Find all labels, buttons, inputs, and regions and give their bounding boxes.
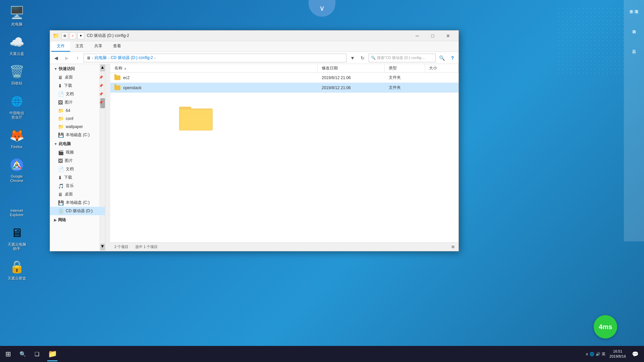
new-folder-button[interactable]: ✓	[69, 33, 76, 39]
taskbar-search-button[interactable]: 🔍	[16, 346, 30, 362]
maximize-button[interactable]: □	[425, 31, 440, 41]
folder-icon: 📁	[53, 33, 59, 39]
taskbar-clock[interactable]: 16:51 2019/8/16	[607, 349, 629, 359]
search-box[interactable]: 🔍 搜索"CD 驱动器 (D:) config-...	[369, 54, 436, 62]
pc-downloads-icon: ⬇	[58, 175, 62, 180]
desktop-icon-firefox[interactable]: 🦊 Firefox	[3, 126, 30, 150]
sidebar-item-desktop[interactable]: 🖥 桌面 📌	[50, 73, 105, 81]
file-row-ec2[interactable]: ec2 2019/8/12 21:06 文件夹	[110, 73, 459, 83]
desktop-icon-recycle-bin[interactable]: 🗑️ 回收站	[3, 62, 30, 87]
file-name-openstack: openstack	[110, 83, 318, 92]
taskbar-file-explorer[interactable]: 📁	[44, 346, 60, 362]
tab-view[interactable]: 查看	[108, 41, 126, 52]
start-button[interactable]: ⊞	[0, 346, 16, 362]
sidebar-scrollbar[interactable]	[105, 64, 110, 251]
sidebar-item-documents[interactable]: 📄 文档 📌	[50, 90, 105, 98]
notification-icon: 💬	[632, 351, 639, 357]
network-arrow: ▶	[54, 218, 57, 222]
desktop-icon-tianyi-cloud[interactable]: ☁️ 天翼云盘	[3, 33, 30, 57]
sidebar-scroll-down[interactable]: ▼	[100, 244, 105, 250]
up-button[interactable]: ↑	[73, 53, 82, 63]
desktop-icon-ie[interactable]: e InternetExplorer	[3, 190, 30, 219]
task-view-icon: ❑	[35, 351, 39, 357]
sidebar-scroll-up[interactable]: ▲	[100, 65, 105, 71]
this-pc-section-label: 此电脑	[59, 141, 71, 147]
top-chevron-button[interactable]: ∨	[309, 0, 335, 17]
sidebar-item-conf[interactable]: 📁 conf	[50, 115, 105, 123]
tianyi-cloud-icon: ☁️	[9, 34, 25, 50]
address-path[interactable]: 🖥 › 此电脑 › CD 驱动器 (D:) config-2 ›	[84, 54, 346, 62]
file-explorer-window: 📁 ⊞ ✓ ▼ CD 驱动器 (D:) config-2 ─ □ ✕ 文件 主页…	[50, 30, 459, 251]
google-chrome-icon	[9, 157, 25, 173]
desktop-folder-icon: 🖥	[58, 75, 63, 80]
sidebar-section-this-pc[interactable]: ▼ 此电脑	[50, 139, 105, 148]
file-row-openstack[interactable]: openstack 2019/8/12 21:06 文件夹	[110, 83, 459, 93]
close-button[interactable]: ✕	[440, 31, 456, 41]
window-controls: ─ □ ✕	[410, 31, 456, 41]
ribbon: 文件 主页 共享 查看	[50, 41, 459, 52]
sidebar-item-pictures[interactable]: 🖼 图片 📌	[50, 98, 105, 107]
sidebar-item-local-c[interactable]: 💾 本地磁盘 (C:)	[50, 131, 105, 139]
documents-icon: 📄	[58, 92, 64, 97]
sidebar-item-drive-c[interactable]: 💾 本地磁盘 (C:)	[50, 198, 105, 207]
status-bar: 2 个项目 选中 1 个项目 ⊞	[110, 242, 459, 251]
quick-access-arrow: ▼	[54, 67, 57, 71]
status-total: 2 个项目	[114, 244, 128, 249]
taskbar-chevron[interactable]: ∧	[586, 352, 588, 356]
sidebar-item-pc-desktop[interactable]: 🖥 桌面	[50, 190, 105, 198]
sidebar-item-downloads[interactable]: ⬇ 下载 📌	[50, 81, 105, 90]
address-part-drive[interactable]: CD 驱动器 (D:) config-2	[111, 55, 153, 61]
col-name[interactable]: 名称 ▲	[110, 64, 318, 72]
notification-button[interactable]: 💬	[630, 346, 641, 362]
desktop-icon-tianyi-pc[interactable]: 🖥 天翼云电脑助手	[3, 224, 30, 252]
sidebar-section-quick-access[interactable]: ▼ 快速访问	[50, 64, 105, 73]
pc-documents-icon: 📄	[58, 167, 64, 172]
col-type[interactable]: 类型	[385, 64, 425, 72]
sidebar-item-pc-downloads[interactable]: ⬇ 下载	[50, 173, 105, 182]
sidebar-item-64[interactable]: 📁 64	[50, 107, 105, 115]
sidebar-section-network[interactable]: ▶ 网络	[50, 215, 105, 224]
address-part-this-pc[interactable]: 此电脑	[95, 55, 107, 61]
tab-file[interactable]: 文件	[51, 41, 70, 52]
sidebar-item-music[interactable]: 🎵 音乐	[50, 182, 105, 190]
refresh-button[interactable]: ↻	[358, 53, 367, 63]
column-headers: 名称 ▲ 修改日期 类型 大小	[110, 64, 459, 73]
sidebar-item-pc-documents[interactable]: 📄 文档	[50, 165, 105, 173]
recycle-bin-label: 回收站	[11, 81, 22, 85]
file-type-ec2: 文件夹	[385, 73, 425, 82]
drive-c-icon: 💾	[58, 132, 64, 138]
task-view-button[interactable]: ❑	[30, 346, 44, 362]
explorer-body: ▲ ▼ ▼ 快速访问 🖥 桌面 📌 ⬇	[50, 64, 459, 251]
desktop-icon-google-chrome[interactable]: GoogleChrome	[3, 156, 30, 184]
col-date[interactable]: 修改日期	[318, 64, 385, 72]
desktop-icon-tianyi-encrypt[interactable]: 🔒 天翼云密盒	[3, 257, 30, 282]
help-button[interactable]: ?	[448, 53, 457, 63]
svg-text:e: e	[13, 195, 16, 202]
forward-button[interactable]: ▶	[62, 53, 71, 63]
quick-access-toolbar: ⊞ ✓ ▼	[61, 33, 84, 39]
back-button[interactable]: ◀	[51, 53, 61, 63]
properties-button[interactable]: ⊞	[61, 33, 68, 39]
address-dropdown-button[interactable]: ▼	[348, 53, 357, 63]
local-c-icon: 💾	[58, 200, 64, 205]
sidebar-item-drive-d[interactable]: 💿 CD 驱动器 (D:)	[50, 207, 105, 215]
pc-desktop-icon: 🖥	[58, 192, 63, 197]
customize-button[interactable]: ▼	[77, 33, 84, 39]
folder-icon-openstack	[114, 85, 120, 90]
this-pc-label: 此电脑	[11, 22, 22, 26]
sidebar-item-videos[interactable]: 🎬 视频	[50, 148, 105, 157]
tab-share[interactable]: 共享	[89, 41, 108, 52]
sidebar-item-wallpaper[interactable]: 📁 wallpaper	[50, 123, 105, 131]
sidebar-item-pc-pictures[interactable]: 🖼 图片	[50, 157, 105, 165]
search-button[interactable]: 🔍	[437, 53, 446, 63]
pin-icon-4: 📌	[99, 101, 103, 104]
desktop-icon-this-pc[interactable]: 🖥️ 此电脑	[3, 3, 30, 28]
col-size[interactable]: 大小	[425, 64, 459, 72]
tab-home[interactable]: 主页	[70, 41, 89, 52]
view-mode-icon[interactable]: ⊞	[451, 245, 454, 249]
address-drive-icon: 🖥	[87, 56, 91, 60]
desktop-icon-china-telecom[interactable]: 🌐 中国电信营业厅	[3, 92, 30, 121]
file-type-openstack: 文件夹	[385, 83, 425, 93]
file-name-ec2: ec2	[110, 73, 318, 82]
minimize-button[interactable]: ─	[410, 31, 425, 41]
